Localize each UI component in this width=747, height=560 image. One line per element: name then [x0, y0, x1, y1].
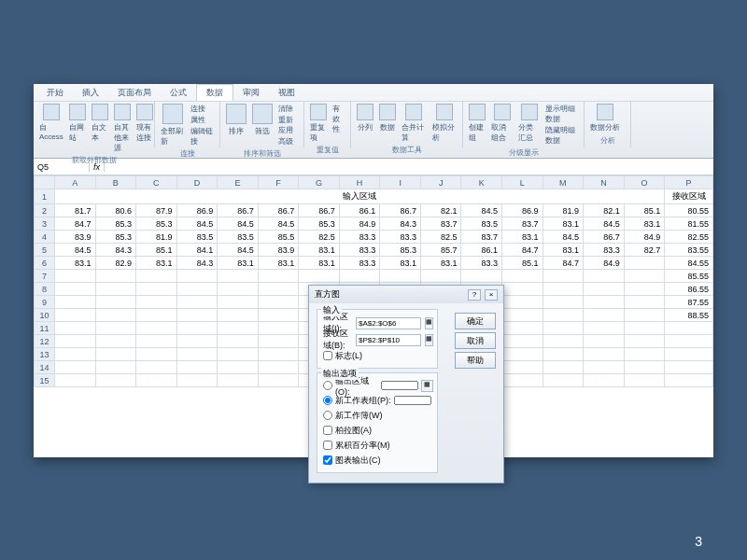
cell[interactable]: 81.7: [55, 204, 96, 217]
cell[interactable]: [218, 322, 259, 335]
cell[interactable]: [95, 322, 136, 335]
cell[interactable]: 83.55: [665, 244, 713, 257]
col-header[interactable]: C: [136, 176, 177, 189]
cell[interactable]: [136, 270, 177, 283]
data-analysis-button[interactable]: 数据分析: [590, 104, 620, 133]
cell[interactable]: [176, 374, 218, 387]
cell[interactable]: [584, 322, 625, 335]
properties-link[interactable]: 属性: [190, 115, 215, 125]
cell[interactable]: [502, 348, 543, 361]
cell[interactable]: 83.5: [461, 217, 502, 231]
cell[interactable]: [543, 270, 584, 283]
from-other-button[interactable]: 自其他来源: [114, 104, 131, 153]
cell[interactable]: [258, 335, 299, 348]
subtotal-button[interactable]: 分类汇总: [518, 104, 540, 143]
cell[interactable]: 83.1: [543, 244, 584, 257]
cell[interactable]: 84.7: [502, 244, 543, 257]
col-header[interactable]: A: [55, 176, 96, 189]
help-icon[interactable]: ?: [468, 289, 481, 301]
row-header[interactable]: 7: [35, 270, 55, 283]
row-header[interactable]: 12: [35, 335, 55, 348]
cell[interactable]: 85.3: [136, 217, 177, 231]
cell[interactable]: [584, 335, 625, 348]
cell[interactable]: [176, 309, 218, 322]
cell[interactable]: 83.1: [299, 244, 340, 257]
cell[interactable]: [218, 335, 259, 348]
cell[interactable]: [502, 309, 543, 322]
cell[interactable]: [380, 270, 421, 283]
cell[interactable]: [55, 322, 96, 335]
cell[interactable]: [543, 335, 584, 348]
cell[interactable]: [258, 309, 299, 322]
cell[interactable]: [665, 322, 713, 335]
cell[interactable]: [624, 322, 665, 335]
row-header[interactable]: 15: [35, 374, 55, 387]
out-range-radio[interactable]: [323, 381, 332, 390]
cell[interactable]: 84.5: [176, 217, 218, 231]
cell[interactable]: 83.1: [299, 257, 340, 270]
cell[interactable]: [218, 270, 259, 283]
close-icon[interactable]: ×: [485, 289, 498, 301]
cell[interactable]: 83.3: [339, 244, 380, 257]
cell[interactable]: [665, 361, 713, 374]
col-header[interactable]: D: [176, 176, 218, 189]
cell[interactable]: [258, 270, 299, 283]
name-box[interactable]: Q5: [34, 162, 90, 172]
refresh-all-button[interactable]: 全部刷新: [161, 104, 185, 147]
cell[interactable]: [258, 348, 299, 361]
cell[interactable]: [55, 335, 96, 348]
range-picker-icon[interactable]: ▦: [425, 334, 433, 346]
row-header[interactable]: 6: [35, 257, 55, 270]
cell[interactable]: 83.1: [543, 217, 584, 231]
clear-link[interactable]: 清除: [278, 104, 298, 114]
tab-formula[interactable]: 公式: [161, 85, 196, 101]
receive-range-field[interactable]: [356, 334, 421, 346]
cell[interactable]: 85.5: [258, 231, 299, 244]
cell[interactable]: [461, 270, 502, 283]
cell[interactable]: 84.1: [176, 244, 218, 257]
cell[interactable]: 84.3: [380, 217, 421, 231]
row-header[interactable]: 11: [35, 322, 55, 335]
cell[interactable]: [136, 335, 177, 348]
cell[interactable]: 83.1: [624, 217, 665, 231]
ungroup-button[interactable]: 取消组合: [491, 104, 513, 143]
cell[interactable]: 86.7: [299, 204, 340, 217]
cell[interactable]: [95, 348, 136, 361]
tab-data[interactable]: 数据: [196, 84, 233, 101]
col-header[interactable]: G: [299, 176, 340, 189]
cell[interactable]: [95, 296, 136, 309]
pareto-checkbox[interactable]: [323, 426, 332, 435]
cell[interactable]: 82.7: [624, 244, 665, 257]
cell[interactable]: [339, 270, 380, 283]
cell[interactable]: 84.9: [584, 257, 625, 270]
cell[interactable]: [502, 270, 543, 283]
cell[interactable]: 83.7: [420, 217, 461, 231]
cell[interactable]: 84.55: [665, 257, 713, 270]
cell[interactable]: [258, 374, 299, 387]
data-button[interactable]: 数据: [379, 104, 396, 133]
cell[interactable]: [584, 296, 625, 309]
cell[interactable]: [176, 283, 218, 296]
col-header[interactable]: B: [95, 176, 136, 189]
cell[interactable]: 83.3: [584, 244, 625, 257]
cell[interactable]: 82.55: [665, 231, 713, 244]
cell[interactable]: 84.3: [95, 244, 136, 257]
cell[interactable]: 83.1: [258, 257, 299, 270]
cell[interactable]: [502, 374, 543, 387]
cell[interactable]: 84.5: [55, 244, 96, 257]
cell[interactable]: [176, 322, 218, 335]
cell[interactable]: 84.3: [176, 257, 218, 270]
cell[interactable]: 82.1: [584, 204, 625, 217]
cell[interactable]: 85.1: [502, 257, 543, 270]
cell[interactable]: [502, 283, 543, 296]
cell[interactable]: 85.3: [299, 217, 340, 231]
cell[interactable]: [218, 361, 259, 374]
cell[interactable]: 85.55: [665, 270, 713, 283]
cell[interactable]: 83.1: [55, 257, 96, 270]
cell[interactable]: 86.9: [502, 204, 543, 217]
cell[interactable]: 84.7: [543, 257, 584, 270]
row-header[interactable]: 14: [35, 361, 55, 374]
connections-link[interactable]: 连接: [190, 104, 215, 114]
out-newbook-radio[interactable]: [323, 411, 332, 420]
cell[interactable]: 85.7: [420, 244, 461, 257]
